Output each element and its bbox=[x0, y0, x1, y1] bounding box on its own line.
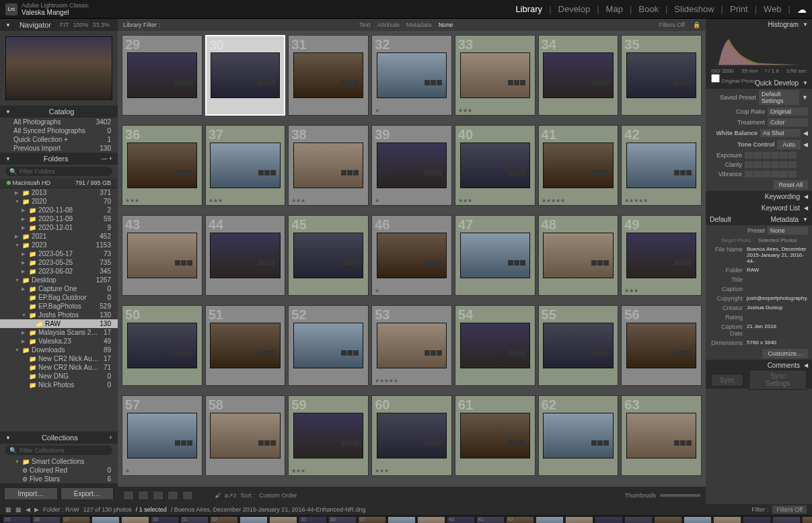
filmstrip-cell[interactable]: 43 bbox=[536, 516, 564, 523]
target-photo-toggle[interactable]: Target Photo bbox=[721, 237, 751, 243]
grid-cell[interactable]: 45 bbox=[288, 215, 369, 296]
folder-item[interactable]: ▼📁20231153 bbox=[0, 241, 118, 249]
grid-cell[interactable]: 38★★★ bbox=[288, 125, 369, 206]
grid-cell[interactable]: 61 bbox=[455, 395, 536, 476]
metadata-preset-select[interactable]: None bbox=[768, 227, 808, 235]
folder-item[interactable]: ▼📁Desktop1267 bbox=[0, 276, 118, 284]
filmstrip-cell[interactable] bbox=[624, 516, 653, 523]
grid-cell[interactable]: 36★★★ bbox=[122, 125, 202, 206]
sort-value[interactable]: Custom Order bbox=[259, 492, 297, 499]
customize-button[interactable]: Customize… bbox=[762, 349, 808, 358]
grid-cell[interactable]: 56 bbox=[621, 305, 702, 386]
grid-view-button[interactable] bbox=[123, 491, 134, 500]
panel-header-keywording[interactable]: Keywording◀ bbox=[706, 191, 812, 202]
folder-item[interactable]: ▶📁Capture One0 bbox=[0, 284, 118, 293]
folder-item[interactable]: ▶📁Malaysia Scans 202217 bbox=[0, 328, 118, 337]
filmstrip-cell[interactable]: 32 bbox=[210, 516, 238, 523]
forward-icon[interactable]: ▶ bbox=[34, 506, 39, 513]
filmstrip-cell[interactable] bbox=[802, 516, 812, 523]
grid-cell[interactable]: 41★★★★★ bbox=[538, 125, 619, 206]
module-tab-book[interactable]: Book bbox=[638, 4, 659, 14]
compare-view-button[interactable] bbox=[153, 491, 163, 500]
grid-cell[interactable]: 31 bbox=[288, 35, 369, 116]
filmstrip-cell[interactable]: 44 bbox=[565, 516, 593, 523]
grid-cell[interactable]: 47 bbox=[455, 215, 536, 296]
zoom-33.3%[interactable]: 33.3% bbox=[92, 22, 110, 28]
catalog-item[interactable]: All Synced Photographs0 bbox=[0, 126, 118, 135]
grid-cell[interactable]: 29 bbox=[122, 35, 202, 116]
grid-cell[interactable]: 59★★★ bbox=[288, 395, 369, 476]
folder-item[interactable]: 📁New DNG0 bbox=[0, 372, 118, 380]
saved-preset-select[interactable]: Default Settings bbox=[759, 90, 799, 105]
folder-item[interactable]: ▶📁2020-12-019 bbox=[0, 223, 118, 232]
filmstrip-cell[interactable]: 41 bbox=[476, 516, 505, 523]
module-tab-web[interactable]: Web bbox=[764, 4, 782, 14]
module-tab-library[interactable]: Library bbox=[515, 4, 542, 14]
volume-row[interactable]: Macintosh HD 791 / 995 GB bbox=[0, 178, 118, 188]
folder-item[interactable]: 📁RAW130 bbox=[0, 319, 118, 328]
crop-ratio-select[interactable]: Original bbox=[768, 108, 808, 116]
grid-cell[interactable]: 37★★★ bbox=[205, 125, 286, 206]
grid-cell[interactable]: 52 bbox=[288, 305, 369, 386]
survey-view-button[interactable] bbox=[168, 491, 178, 500]
filmstrip-cell[interactable] bbox=[595, 516, 623, 523]
grid-cell[interactable]: 63 bbox=[621, 395, 702, 476]
filmstrip-cell[interactable]: 34 bbox=[269, 516, 297, 523]
filmstrip-cell[interactable] bbox=[743, 516, 771, 523]
navigator-preview[interactable] bbox=[0, 31, 118, 106]
collection-item[interactable]: ⚙Colored Red0 bbox=[0, 466, 118, 475]
grid-cell[interactable]: 51 bbox=[205, 305, 286, 386]
folders-header[interactable]: ▼Folders— + bbox=[0, 153, 118, 165]
people-view-button[interactable] bbox=[182, 491, 193, 500]
filmstrip-cell[interactable]: 38 bbox=[387, 516, 416, 523]
reset-all-button[interactable]: Reset All bbox=[773, 180, 808, 190]
export-button[interactable]: Export… bbox=[61, 487, 114, 500]
folder-item[interactable]: ▼📁202070 bbox=[0, 197, 118, 206]
grid-cell[interactable]: 55 bbox=[538, 305, 619, 386]
folder-item[interactable]: ▶📁2023-05-1773 bbox=[0, 249, 118, 258]
original-photo-checkbox[interactable] bbox=[711, 74, 720, 83]
metadata-row[interactable]: FolderRAW bbox=[706, 266, 812, 275]
filter-attribute[interactable]: Attribute bbox=[377, 22, 400, 28]
filmstrip-cell[interactable]: 42 bbox=[506, 516, 534, 523]
collection-item[interactable]: ▼📁Smart Collections bbox=[0, 457, 118, 466]
filters-off[interactable]: Filters Off bbox=[659, 22, 685, 28]
loupe-view-button[interactable] bbox=[138, 491, 149, 500]
histogram-chart[interactable]: ISO 320035 mmf / 1.81/50 sec Original Ph… bbox=[706, 30, 812, 77]
grid-cell[interactable]: 48 bbox=[538, 215, 619, 296]
histogram-header[interactable]: Histogram▼ bbox=[706, 19, 812, 30]
lock-icon[interactable]: 🔒 bbox=[693, 22, 700, 28]
module-tab-print[interactable]: Print bbox=[730, 4, 748, 14]
grid-cell[interactable]: 42★★★★★ bbox=[621, 125, 702, 206]
metadata-row[interactable]: Dimensions5760 x 3840 bbox=[706, 338, 812, 348]
filter-metadata[interactable]: Metadata bbox=[406, 22, 432, 28]
filmstrip-cell[interactable]: 35 bbox=[299, 516, 327, 523]
grid-cell[interactable]: 32★ bbox=[371, 35, 452, 116]
collections-header[interactable]: ▼Collections+ bbox=[0, 432, 118, 444]
filmstrip-cell[interactable]: 37 bbox=[358, 516, 386, 523]
zoom-100%[interactable]: 100% bbox=[73, 22, 88, 28]
metadata-row[interactable]: Title bbox=[706, 275, 812, 284]
metadata-row[interactable]: CreatorJoshua Dunlop bbox=[706, 303, 812, 313]
filmstrip-cell[interactable]: 31 bbox=[180, 516, 209, 523]
sort-dir-icon[interactable]: a↗z bbox=[225, 492, 237, 499]
filmstrip-cell[interactable]: 30 bbox=[151, 516, 179, 523]
filmstrip-cell[interactable]: 36 bbox=[328, 516, 357, 523]
filmstrip-cell[interactable]: 29 bbox=[121, 516, 149, 523]
metadata-row[interactable]: Rating bbox=[706, 313, 812, 322]
wb-select[interactable]: As Shot bbox=[760, 129, 801, 137]
navigator-header[interactable]: ▼Navigator FIT100%33.3% bbox=[0, 19, 118, 31]
folder-item[interactable]: 📁New CR2 Nick August17 bbox=[0, 354, 118, 363]
grid-cell[interactable]: 35 bbox=[621, 35, 702, 116]
grid-cell[interactable]: 34 bbox=[538, 35, 619, 116]
folder-search[interactable]: 🔍 Filter Folders bbox=[5, 167, 112, 176]
filmstrip-cell[interactable]: 28 bbox=[91, 516, 120, 523]
collection-item[interactable]: ⚙Five Stars6 bbox=[0, 475, 118, 483]
folder-item[interactable]: ▶📁2023-06-02345 bbox=[0, 267, 118, 276]
folder-item[interactable]: ▶📁Valeska.2349 bbox=[0, 337, 118, 346]
filmstrip-cell[interactable]: 39 bbox=[417, 516, 445, 523]
grid-cell[interactable]: 40★★★ bbox=[455, 125, 536, 206]
view-mode-icon[interactable]: ▦ bbox=[5, 506, 11, 513]
filmstrip-cell[interactable]: 27 bbox=[62, 516, 90, 523]
catalog-item[interactable]: All Photographs3402 bbox=[0, 118, 118, 126]
